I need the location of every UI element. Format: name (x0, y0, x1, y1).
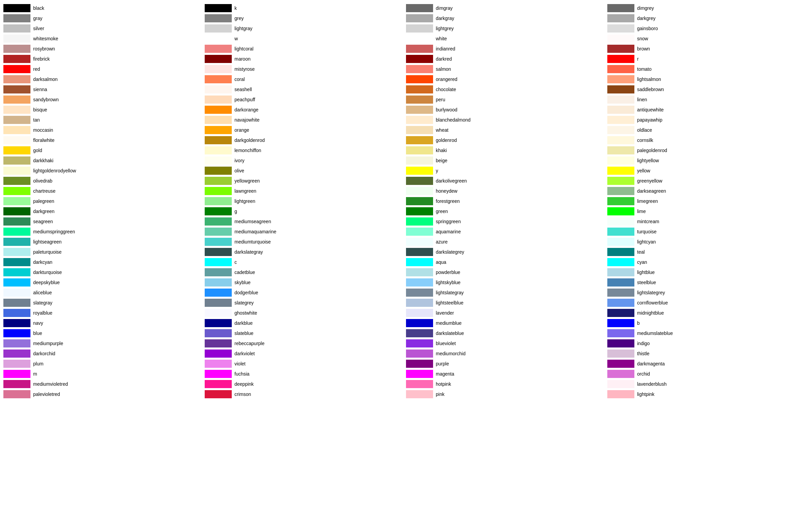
color-swatch-salmon (406, 65, 433, 73)
color-swatch-saddlebrown (607, 85, 634, 93)
color-label-g: g (234, 209, 237, 214)
color-row: mediumblue (406, 318, 607, 328)
color-row: turquoise (607, 227, 809, 236)
color-label-slateblue: slateblue (234, 331, 253, 336)
color-row: yellow (607, 166, 809, 175)
color-swatch-whitesmoke (3, 35, 30, 43)
color-row: papayawhip (607, 115, 809, 125)
color-swatch-m (3, 370, 30, 378)
color-row: c (205, 257, 406, 267)
color-label-y: y (436, 168, 438, 173)
color-swatch-sandybrown (3, 96, 30, 104)
color-label-mediumslateblue: mediumslateblue (637, 331, 673, 336)
color-row: r (607, 54, 809, 64)
color-label-slategrey: slategrey (234, 300, 254, 305)
color-row: mediumspringgreen (3, 227, 205, 236)
color-row: b (607, 318, 809, 328)
color-row: rosybrown (3, 44, 205, 54)
color-label-ghostwhite: ghostwhite (234, 310, 257, 316)
color-row: cornsilk (607, 135, 809, 145)
color-label-firebrick: firebrick (33, 56, 50, 62)
color-label-wheat: wheat (436, 127, 448, 133)
color-swatch-blueviolet (406, 339, 433, 347)
color-label-indigo: indigo (637, 341, 650, 346)
color-swatch-brown (607, 45, 634, 53)
color-row: bisque (3, 105, 205, 114)
color-label-azure: azure (436, 239, 448, 245)
color-label-fuchsia: fuchsia (234, 371, 249, 377)
color-swatch-gainsboro (607, 24, 634, 33)
color-row: aquamarine (406, 227, 607, 236)
color-label-skyblue: skyblue (234, 280, 250, 285)
color-swatch-mediumaquamarine (205, 228, 232, 236)
color-swatch-honeydew (406, 187, 433, 195)
color-label-midnightblue: midnightblue (637, 310, 664, 316)
color-swatch-darksalmon (3, 75, 30, 83)
color-row: m (3, 369, 205, 379)
color-swatch-navajowhite (205, 116, 232, 124)
color-row: indianred (406, 44, 607, 54)
color-row: darkslateblue (406, 329, 607, 338)
color-row: white (406, 34, 607, 43)
color-label-ivory: ivory (234, 158, 245, 163)
color-label-darkcyan: darkcyan (33, 259, 52, 265)
color-row: lime (607, 207, 809, 216)
color-swatch-turquoise (607, 228, 634, 236)
color-label-dodgerblue: dodgerblue (234, 290, 258, 295)
color-row: seashell (205, 85, 406, 94)
color-row: dimgray (406, 3, 607, 13)
color-row: indigo (607, 339, 809, 348)
color-label-lavender: lavender (436, 310, 454, 316)
color-row: plum (3, 359, 205, 368)
color-row: dodgerblue (205, 288, 406, 297)
color-label-bisque: bisque (33, 107, 47, 112)
color-swatch-darkorange (205, 106, 232, 114)
color-swatch-sienna (3, 85, 30, 93)
color-label-teal: teal (637, 249, 645, 255)
color-label-green: green (436, 209, 448, 214)
color-label-aquamarine: aquamarine (436, 229, 461, 234)
color-swatch-lightyellow (607, 156, 634, 165)
color-swatch-olivedrab (3, 177, 30, 185)
color-label-darkorchid: darkorchid (33, 351, 55, 356)
color-label-mediumpurple: mediumpurple (33, 341, 63, 346)
color-label-moccasin: moccasin (33, 127, 53, 133)
color-row: magenta (406, 369, 607, 379)
color-row: wheat (406, 125, 607, 135)
color-swatch-limegreen (607, 197, 634, 205)
color-swatch-steelblue (607, 278, 634, 287)
color-row: springgreen (406, 217, 607, 226)
color-row: sienna (3, 85, 205, 94)
color-label-deepskyblue: deepskyblue (33, 280, 60, 285)
color-swatch-mediumpurple (3, 339, 30, 347)
color-row: silver (3, 24, 205, 33)
color-label-dimgray: dimgray (436, 5, 453, 11)
color-row: gray (3, 14, 205, 23)
color-swatch-aqua (406, 258, 433, 266)
color-row: lightgoldenrodyellow (3, 166, 205, 175)
color-row: dimgrey (607, 3, 809, 13)
color-label-silver: silver (33, 26, 44, 31)
color-row: darkseagreen (607, 186, 809, 196)
color-label-mediumaquamarine: mediumaquamarine (234, 229, 276, 234)
color-label-blanchedalmond: blanchedalmond (436, 117, 471, 123)
color-label-darkorange: darkorange (234, 107, 258, 112)
color-row: paleturquoise (3, 247, 205, 257)
color-row: violet (205, 359, 406, 368)
color-label-whitesmoke: whitesmoke (33, 36, 58, 41)
color-row: mintcream (607, 217, 809, 226)
color-row: linen (607, 95, 809, 104)
color-swatch-burlywood (406, 106, 433, 114)
color-swatch-darkkhaki (3, 156, 30, 165)
color-swatch-indigo (607, 339, 634, 347)
color-swatch-chartreuse (3, 187, 30, 195)
color-label-hotpink: hotpink (436, 381, 451, 387)
color-row: gainsboro (607, 24, 809, 33)
color-row: limegreen (607, 196, 809, 206)
color-label-mediumvioletred: mediumvioletred (33, 381, 68, 387)
color-row: seagreen (3, 217, 205, 226)
color-label-seashell: seashell (234, 87, 252, 92)
color-row: fuchsia (205, 369, 406, 379)
color-swatch-skyblue (205, 278, 232, 287)
color-label-violet: violet (234, 361, 246, 366)
